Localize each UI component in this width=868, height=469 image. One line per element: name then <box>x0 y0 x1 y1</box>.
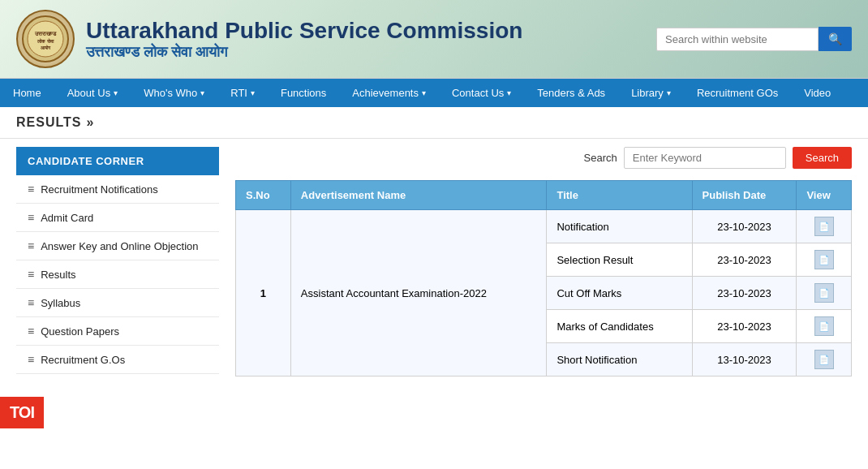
nav-item-recruitment-gos[interactable]: Recruitment GOs <box>684 79 791 107</box>
cell-advertisement: Assistant Accountant Examination-2022 <box>290 210 547 376</box>
keyword-input[interactable] <box>624 147 786 169</box>
content-area: Search Search S.No Advertisement Name Ti… <box>219 147 852 376</box>
nav-item-about[interactable]: About Us ▾ <box>54 79 131 107</box>
rti-arrow: ▾ <box>251 88 255 97</box>
results-title: RESULTS <box>16 115 81 130</box>
cell-view: 📄 <box>797 277 852 310</box>
nav-item-tenders[interactable]: Tenders & Ads <box>524 79 618 107</box>
col-advertisement: Advertisement Name <box>290 181 547 210</box>
main-content: CANDIDATE CORNER ≡ Recruitment Notificat… <box>0 139 868 385</box>
sidebar: CANDIDATE CORNER ≡ Recruitment Notificat… <box>16 147 219 376</box>
cell-title: Cut Off Marks <box>547 277 692 310</box>
org-name-en: Uttarakhand Public Service Commission <box>86 17 522 45</box>
nav-item-contact[interactable]: Contact Us ▾ <box>439 79 524 107</box>
recruitment-icon: ≡ <box>28 183 34 196</box>
sidebar-item-syllabus[interactable]: ≡ Syllabus <box>16 289 219 317</box>
admit-card-icon: ≡ <box>28 211 34 224</box>
sidebar-label-answer-key: Answer Key and Online Objection <box>41 240 198 252</box>
col-sno: S.No <box>236 181 291 210</box>
nav-item-achievements[interactable]: Achievements ▾ <box>339 79 439 107</box>
results-icon: ≡ <box>28 268 34 281</box>
results-table: S.No Advertisement Name Title Publish Da… <box>235 180 852 376</box>
sidebar-label-recruitment-gos: Recruitment G.Os <box>41 354 125 366</box>
search-label: Search <box>584 152 617 164</box>
answer-key-icon: ≡ <box>28 239 34 252</box>
cell-date: 23-10-2023 <box>692 277 797 310</box>
pdf-view-icon[interactable]: 📄 <box>814 250 834 269</box>
col-view: View <box>797 181 852 210</box>
about-arrow: ▾ <box>114 88 118 97</box>
header-search-input[interactable] <box>656 28 819 51</box>
cell-sno: 1 <box>236 210 291 376</box>
contact-arrow: ▾ <box>507 88 511 97</box>
sidebar-label-syllabus: Syllabus <box>41 297 80 309</box>
nav-item-whos-who[interactable]: Who's Who ▾ <box>131 79 217 107</box>
cell-view: 📄 <box>797 310 852 343</box>
nav-item-home[interactable]: Home <box>0 79 54 107</box>
header-search-button[interactable]: 🔍 <box>819 27 852 51</box>
results-heading: RESULTS » <box>0 107 868 139</box>
cell-title: Notification <box>547 210 692 243</box>
sidebar-label-question-papers: Question Papers <box>41 325 119 338</box>
sidebar-label-results: Results <box>41 269 75 281</box>
cell-title: Marks of Candidates <box>547 310 692 343</box>
svg-text:लोक सेवा: लोक सेवा <box>37 38 54 44</box>
sidebar-item-question-papers[interactable]: ≡ Question Papers <box>16 317 219 346</box>
pdf-view-icon[interactable]: 📄 <box>814 217 834 236</box>
sidebar-item-results[interactable]: ≡ Results <box>16 260 219 289</box>
cell-date: 23-10-2023 <box>692 210 797 243</box>
table-header-row: S.No Advertisement Name Title Publish Da… <box>236 181 852 210</box>
svg-text:आयोग: आयोग <box>41 45 51 50</box>
sidebar-item-recruitment[interactable]: ≡ Recruitment Notifications <box>16 175 219 204</box>
results-arrow: » <box>86 115 94 130</box>
sidebar-header: CANDIDATE CORNER <box>16 147 219 175</box>
syllabus-icon: ≡ <box>28 296 34 309</box>
table-search-row: Search Search <box>235 147 852 169</box>
sidebar-label-recruitment: Recruitment Notifications <box>41 183 158 196</box>
cell-view: 📄 <box>797 210 852 243</box>
sidebar-item-answer-key[interactable]: ≡ Answer Key and Online Objection <box>16 232 219 260</box>
svg-text:उत्तराखण्ड: उत्तराखण्ड <box>34 31 57 37</box>
header-left: उत्तराखण्ड लोक सेवा आयोग Uttarakhand Pub… <box>16 10 522 68</box>
col-title: Title <box>547 181 692 210</box>
question-papers-icon: ≡ <box>28 325 34 338</box>
keyword-search-button[interactable]: Search <box>793 147 852 169</box>
sidebar-label-admit-card: Admit Card <box>41 212 93 224</box>
nav-item-rti[interactable]: RTI ▾ <box>217 79 268 107</box>
recruitment-gos-icon: ≡ <box>28 353 34 366</box>
header: उत्तराखण्ड लोक सेवा आयोग Uttarakhand Pub… <box>0 0 868 79</box>
nav-item-library[interactable]: Library ▾ <box>618 79 684 107</box>
library-arrow: ▾ <box>667 88 671 97</box>
whos-who-arrow: ▾ <box>200 88 204 97</box>
col-publish-date: Publish Date <box>692 181 797 210</box>
nav-item-video[interactable]: Video <box>791 79 844 107</box>
pdf-view-icon[interactable]: 📄 <box>814 316 834 336</box>
header-title: Uttarakhand Public Service Commission उत… <box>86 17 522 62</box>
cell-date: 23-10-2023 <box>692 243 797 277</box>
logo-emblem: उत्तराखण्ड लोक सेवा आयोग <box>16 10 75 68</box>
achievements-arrow: ▾ <box>422 88 426 97</box>
cell-title: Short Notification <box>547 343 692 376</box>
pdf-view-icon[interactable]: 📄 <box>814 350 834 369</box>
cell-view: 📄 <box>797 343 852 376</box>
org-name-hi: उत्तराखण्ड लोक सेवा आयोग <box>86 44 522 61</box>
pdf-view-icon[interactable]: 📄 <box>814 283 834 303</box>
header-search-box: 🔍 <box>656 27 852 51</box>
table-row: 1Assistant Accountant Examination-2022No… <box>236 210 852 243</box>
cell-date: 13-10-2023 <box>692 343 797 376</box>
cell-date: 23-10-2023 <box>692 310 797 343</box>
sidebar-item-admit-card[interactable]: ≡ Admit Card <box>16 204 219 232</box>
nav-item-functions[interactable]: Functions <box>268 79 339 107</box>
sidebar-item-recruitment-gos[interactable]: ≡ Recruitment G.Os <box>16 346 219 374</box>
cell-title: Selection Result <box>547 243 692 277</box>
cell-view: 📄 <box>797 243 852 277</box>
nav-bar: Home About Us ▾ Who's Who ▾ RTI ▾ Functi… <box>0 79 868 107</box>
